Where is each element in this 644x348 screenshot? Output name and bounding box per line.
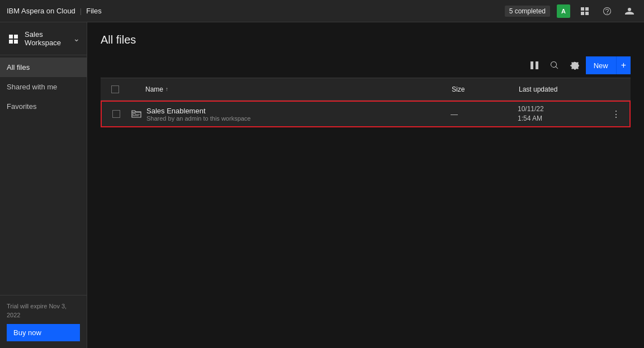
svg-rect-2	[581, 12, 584, 15]
aspera-avatar-icon[interactable]: A	[557, 4, 570, 18]
svg-rect-7	[14, 40, 18, 44]
top-bar: IBM Aspera on Cloud | Files 5 completed …	[0, 0, 644, 22]
file-name: Sales Enablement	[146, 107, 451, 115]
section-name: Files	[86, 7, 101, 15]
sort-asc-icon: ↑	[165, 86, 168, 92]
brand-name: IBM Aspera on Cloud	[7, 7, 75, 15]
search-icon[interactable]	[546, 56, 564, 74]
content-header: All files	[87, 22, 644, 53]
svg-rect-10	[133, 113, 135, 116]
svg-rect-1	[585, 7, 589, 11]
column-header-name[interactable]: Name ↑	[145, 85, 452, 93]
svg-rect-3	[585, 12, 589, 15]
row-checkbox-cell	[106, 110, 126, 118]
completed-badge: 5 completed	[505, 6, 550, 17]
trial-text: Trial will expire Nov 3, 2022	[7, 302, 80, 320]
sidebar-item-all-files[interactable]: All files	[0, 58, 87, 77]
sidebar-item-all-files-label: All files	[7, 63, 30, 71]
column-header-last-updated[interactable]: Last updated	[519, 85, 608, 93]
chevron-down-icon: ⌄	[73, 34, 80, 43]
svg-rect-6	[9, 40, 13, 44]
sidebar: Sales Workspace ⌄ All files Shared with …	[0, 22, 87, 348]
column-name-label: Name	[145, 85, 163, 93]
column-size-label: Size	[452, 85, 465, 93]
svg-rect-9	[536, 61, 538, 69]
overflow-menu-button[interactable]: ⋮	[609, 107, 623, 122]
row-size: —	[451, 110, 518, 118]
grid-icon[interactable]	[577, 3, 593, 19]
table-wrapper: Name ↑ Size Last updated	[101, 78, 631, 127]
top-bar-right: 5 completed A	[505, 3, 637, 19]
sidebar-item-shared-with-me-label: Shared with me	[7, 83, 57, 91]
file-table: Name ↑ Size Last updated	[87, 78, 644, 348]
new-button-group: New +	[586, 56, 631, 74]
sidebar-item-favorites[interactable]: Favorites	[0, 97, 87, 116]
table-row[interactable]: Sales Enablement Shared by an admin to t…	[101, 101, 631, 127]
workspace-name: Sales Workspace	[25, 30, 73, 47]
sidebar-bottom: Trial will expire Nov 3, 2022 Buy now	[0, 295, 87, 348]
buy-now-button[interactable]: Buy now	[7, 324, 80, 341]
row-last-updated: 10/11/22 1:54 AM	[518, 104, 607, 123]
folder-icon	[126, 108, 146, 120]
row-select-checkbox[interactable]	[112, 110, 120, 118]
column-last-updated-label: Last updated	[519, 85, 557, 93]
svg-rect-5	[14, 35, 18, 39]
new-button[interactable]: New	[586, 56, 616, 74]
settings-icon[interactable]	[566, 56, 584, 74]
help-icon[interactable]	[599, 3, 615, 19]
svg-rect-8	[531, 61, 533, 69]
view-columns-icon[interactable]	[525, 56, 543, 74]
table-header: Name ↑ Size Last updated	[101, 78, 631, 101]
aspera-initial: A	[561, 8, 566, 15]
new-plus-button[interactable]: +	[616, 56, 631, 74]
row-name-cell: Sales Enablement Shared by an admin to t…	[146, 107, 451, 122]
file-subtitle: Shared by an admin to this workspace	[146, 115, 451, 122]
last-updated-date: 10/11/22	[518, 104, 607, 114]
brand-separator: |	[80, 7, 82, 15]
header-checkbox-cell	[105, 85, 125, 93]
user-icon[interactable]	[622, 3, 637, 19]
sidebar-nav: All files Shared with me Favorites	[0, 55, 87, 116]
workspace-left: Sales Workspace	[7, 30, 73, 47]
sidebar-item-shared-with-me[interactable]: Shared with me	[0, 77, 87, 97]
sidebar-item-favorites-label: Favorites	[7, 102, 36, 111]
select-all-checkbox[interactable]	[111, 85, 119, 93]
row-actions: ⋮	[607, 107, 625, 122]
svg-rect-4	[9, 35, 13, 39]
main-layout: Sales Workspace ⌄ All files Shared with …	[0, 22, 644, 348]
content-area: All files New +	[87, 22, 644, 348]
page-title: All files	[101, 34, 631, 46]
workspace-icon	[7, 31, 20, 46]
svg-rect-0	[581, 7, 584, 11]
column-header-size[interactable]: Size	[452, 85, 519, 93]
file-toolbar: New +	[87, 53, 644, 78]
last-updated-time: 1:54 AM	[518, 114, 607, 123]
workspace-selector[interactable]: Sales Workspace ⌄	[0, 22, 87, 55]
top-bar-left: IBM Aspera on Cloud | Files	[7, 7, 102, 15]
